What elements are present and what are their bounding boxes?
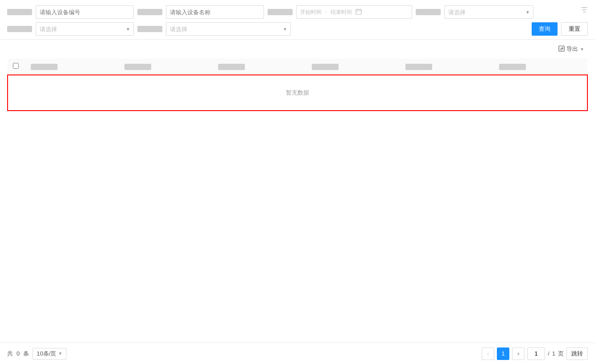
pagination-right: ‹ 1 › / 1 页 跳转 <box>482 347 588 360</box>
time-start-label: 开始时间 <box>300 8 322 16</box>
col4-header <box>306 58 400 75</box>
data-table: 暂无数据 <box>7 58 588 111</box>
device-name-input[interactable] <box>166 5 264 19</box>
page-container: 开始时间 - 结束时间 请选择 ▼ <box>0 0 595 364</box>
col2-label <box>124 64 151 70</box>
checkbox-col-header <box>8 58 25 75</box>
filter-label-4 <box>416 9 441 15</box>
calendar-icon <box>355 8 362 16</box>
current-page-num: 1 <box>502 350 505 357</box>
pages-suffix: 页 <box>558 350 564 358</box>
filter-select-wrapper-1: 请选择 ▼ <box>444 5 533 19</box>
col2-header <box>119 58 213 75</box>
col6-label <box>499 64 526 70</box>
empty-row: 暂无数据 <box>8 75 587 111</box>
pagination-left: 共 0 条 10条/页 ▼ <box>7 348 66 360</box>
col5-header <box>400 58 494 75</box>
filter-row-2: 请选择 ▼ 请选择 ▼ 查询 重置 <box>7 22 588 36</box>
table-body: 暂无数据 <box>8 75 587 111</box>
per-page-value: 10条/页 <box>37 350 56 358</box>
time-range-input[interactable]: 开始时间 - 结束时间 <box>296 5 412 19</box>
next-icon: › <box>517 350 519 357</box>
page-1-button[interactable]: 1 <box>497 347 509 360</box>
table-container: 暂无数据 <box>0 58 595 348</box>
total-prefix: 共 <box>7 350 13 358</box>
export-button[interactable]: 导出 ▼ <box>555 43 588 55</box>
query-button[interactable]: 查询 <box>532 22 558 36</box>
total-count: 0 <box>17 350 20 357</box>
total-pages: 1 <box>552 350 555 357</box>
select-all-checkbox[interactable] <box>13 63 19 69</box>
filter-select-1[interactable]: 请选择 <box>444 5 533 19</box>
toolbar: 导出 ▼ <box>0 40 595 58</box>
filter-label-5 <box>7 26 32 32</box>
col1-header <box>25 58 119 75</box>
col6-header <box>494 58 587 75</box>
page-jump-input[interactable] <box>527 347 545 360</box>
per-page-select[interactable]: 10条/页 ▼ <box>33 348 66 360</box>
pagination-bar: 共 0 条 10条/页 ▼ ‹ 1 › / 1 页 跳转 <box>0 343 595 364</box>
export-chevron-icon: ▼ <box>580 47 584 52</box>
filter-select-2[interactable]: 请选择 <box>36 22 134 36</box>
time-separator: - <box>325 9 327 15</box>
filter-select-wrapper-2: 请选择 ▼ <box>36 22 134 36</box>
col5-label <box>405 64 432 70</box>
col1-label <box>31 64 58 70</box>
filter-label-6 <box>137 26 162 32</box>
total-suffix: 条 <box>23 350 29 358</box>
page-separator: / <box>548 350 550 357</box>
filter-label-1 <box>7 9 32 15</box>
col3-header <box>213 58 306 75</box>
export-icon <box>558 46 565 53</box>
filter-label-3 <box>268 9 293 15</box>
reset-button[interactable]: 重置 <box>561 22 588 36</box>
time-end-label: 结束时间 <box>331 8 352 16</box>
filter-select-3[interactable]: 请选择 <box>166 22 291 36</box>
svg-rect-0 <box>356 9 361 14</box>
per-page-chevron-icon: ▼ <box>58 351 62 356</box>
filter-area: 开始时间 - 结束时间 请选择 ▼ <box>0 0 595 40</box>
col3-label <box>218 64 245 70</box>
export-label: 导出 <box>566 45 578 53</box>
filter-row-1: 开始时间 - 结束时间 请选择 ▼ <box>7 5 588 19</box>
table-header <box>8 58 587 75</box>
filter-select-wrapper-3: 请选择 ▼ <box>166 22 291 36</box>
prev-icon: ‹ <box>487 350 489 357</box>
device-number-input[interactable] <box>36 5 134 19</box>
next-page-button[interactable]: › <box>512 347 525 360</box>
jump-button[interactable]: 跳转 <box>566 347 588 360</box>
prev-page-button[interactable]: ‹ <box>482 347 494 360</box>
table-header-row <box>8 58 587 75</box>
empty-cell: 暂无数据 <box>8 75 587 111</box>
filter-label-2 <box>137 9 162 15</box>
col4-label <box>312 64 339 70</box>
top-filter-icon <box>581 6 588 15</box>
